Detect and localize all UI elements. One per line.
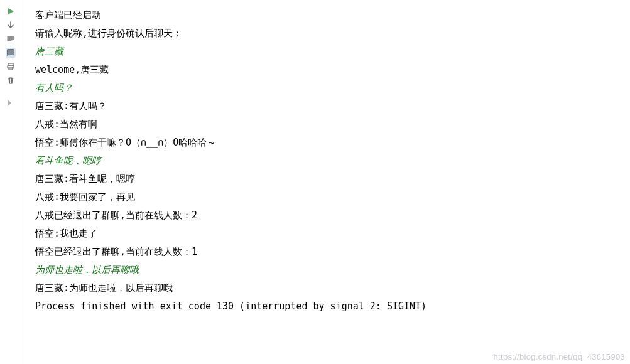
console-output-line: 请输入昵称,进行身份确认后聊天： — [35, 24, 617, 43]
rerun-icon[interactable] — [6, 6, 16, 16]
print-icon[interactable] — [6, 62, 16, 72]
console-input-line: 为师也走啦，以后再聊哦 — [35, 261, 617, 279]
toggle-output-icon[interactable] — [6, 34, 16, 44]
console-output-line: 八戒:当然有啊 — [35, 115, 617, 134]
console-output-line: 八戒:我要回家了，再见 — [35, 188, 617, 206]
console-output-line: 悟空已经退出了群聊,当前在线人数：1 — [35, 243, 617, 261]
trash-icon[interactable] — [6, 75, 16, 85]
console-output-line: 八戒已经退出了群聊,当前在线人数：2 — [35, 206, 617, 225]
console-output-line: 客户端已经启动 — [35, 6, 617, 24]
step-down-icon[interactable] — [6, 20, 16, 30]
console-output-line: welcome,唐三藏 — [35, 61, 617, 79]
console-output-line: 悟空:我也走了 — [35, 225, 617, 243]
watermark-text: https://blog.csdn.net/qq_43615903 — [494, 352, 625, 361]
svg-marker-5 — [8, 100, 11, 106]
console-output-line: 唐三藏:有人吗？ — [35, 97, 617, 115]
run-toolbar — [0, 0, 21, 364]
console-output-line: Process finished with exit code 130 (int… — [35, 297, 617, 316]
console-output-panel[interactable]: 客户端已经启动请输入昵称,进行身份确认后聊天：唐三藏welcome,唐三藏有人吗… — [21, 0, 630, 364]
console-input-line: 有人吗？ — [35, 79, 617, 97]
scroll-to-end-icon[interactable] — [6, 48, 16, 58]
hide-handle-icon[interactable] — [6, 98, 16, 108]
run-tool-window: 客户端已经启动请输入昵称,进行身份确认后聊天：唐三藏welcome,唐三藏有人吗… — [0, 0, 630, 364]
console-output-line: 悟空:师傅你在干嘛？O（∩__∩）O哈哈哈～ — [35, 134, 617, 152]
console-output-line: 唐三藏:看斗鱼呢，嗯哼 — [35, 170, 617, 188]
console-output[interactable]: 客户端已经启动请输入昵称,进行身份确认后聊天：唐三藏welcome,唐三藏有人吗… — [21, 0, 630, 322]
console-input-line: 看斗鱼呢，嗯哼 — [35, 152, 617, 170]
svg-marker-0 — [8, 8, 14, 14]
console-input-line: 唐三藏 — [35, 43, 617, 61]
console-output-line: 唐三藏:为师也走啦，以后再聊哦 — [35, 279, 617, 297]
